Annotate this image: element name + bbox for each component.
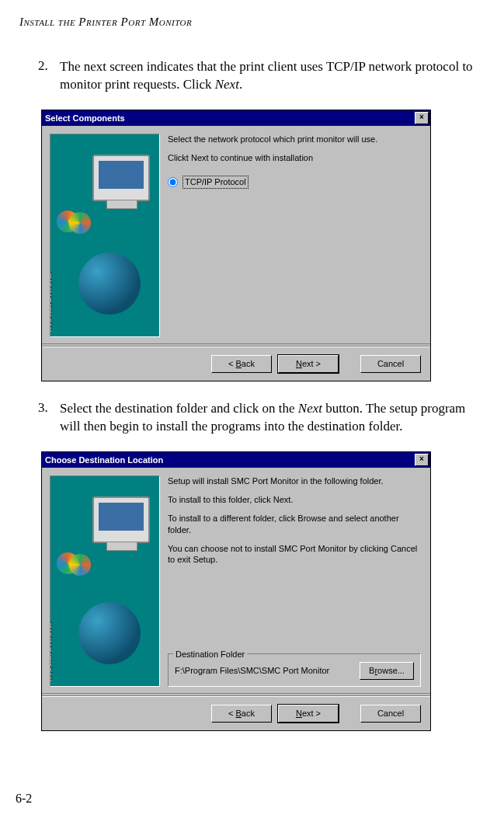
installshield-logo: InstallShield bbox=[50, 273, 54, 332]
step-number: 2. bbox=[38, 58, 50, 74]
tcpip-radio[interactable] bbox=[168, 177, 178, 187]
installshield-logo: InstallShield bbox=[50, 622, 54, 681]
next-button[interactable]: Next > bbox=[278, 705, 339, 723]
titlebar: Select Components × bbox=[42, 110, 430, 126]
dialog-title: Select Components bbox=[45, 113, 125, 123]
back-button[interactable]: < Back bbox=[211, 705, 272, 723]
dialog-title: Choose Destination Location bbox=[45, 455, 163, 465]
back-button[interactable]: < Back bbox=[211, 355, 272, 373]
text: . bbox=[239, 77, 242, 92]
cancel-button[interactable]: Cancel bbox=[360, 705, 421, 723]
step-text: Select the destination folder and click … bbox=[60, 400, 485, 436]
instruction-text: To install to this folder, click Next. bbox=[168, 494, 421, 505]
select-components-dialog: Select Components × InstallShield Select… bbox=[41, 110, 431, 381]
destination-path: F:\Program Files\SMC\SMC Port Monitor bbox=[175, 665, 329, 676]
page-header: Install the Printer Port Monitor bbox=[19, 16, 485, 29]
choose-destination-dialog: Choose Destination Location × InstallShi… bbox=[41, 451, 431, 731]
browse-button[interactable]: Browse... bbox=[360, 662, 414, 680]
group-label: Destination Folder bbox=[173, 649, 247, 660]
step-number: 3. bbox=[38, 400, 50, 416]
step-3: 3. Select the destination folder and cli… bbox=[38, 400, 485, 436]
tcpip-radio-label: TCP/IP Protocol bbox=[182, 176, 249, 188]
instruction-text: You can choose not to install SMC Port M… bbox=[168, 543, 421, 566]
instruction-text: Clickt Next to continue with installatio… bbox=[168, 152, 421, 163]
dialog-footer: < Back Next > Cancel bbox=[42, 696, 430, 730]
text: The next screen indicates that the print… bbox=[60, 59, 473, 92]
titlebar: Choose Destination Location × bbox=[42, 452, 430, 468]
cancel-button[interactable]: Cancel bbox=[360, 355, 421, 373]
close-icon[interactable]: × bbox=[415, 454, 429, 466]
instruction-text: To install to a different folder, click … bbox=[168, 513, 421, 535]
destination-folder-group: Destination Folder F:\Program Files\SMC\… bbox=[168, 653, 421, 687]
text: Select the destination folder and click … bbox=[60, 401, 298, 416]
emphasis: Next bbox=[298, 401, 322, 416]
next-button[interactable]: Next > bbox=[278, 355, 339, 373]
step-2: 2. The next screen indicates that the pr… bbox=[38, 58, 485, 94]
close-icon[interactable]: × bbox=[415, 112, 429, 124]
instruction-text: Setup will install SMC Port Monitor in t… bbox=[168, 475, 421, 486]
wizard-side-image: InstallShield bbox=[50, 475, 160, 687]
instruction-text: Select the network protocol which print … bbox=[168, 134, 421, 145]
dialog-footer: < Back Next > Cancel bbox=[42, 347, 430, 381]
step-text: The next screen indicates that the print… bbox=[60, 58, 485, 94]
emphasis: Next bbox=[215, 77, 239, 92]
wizard-side-image: InstallShield bbox=[50, 134, 160, 337]
